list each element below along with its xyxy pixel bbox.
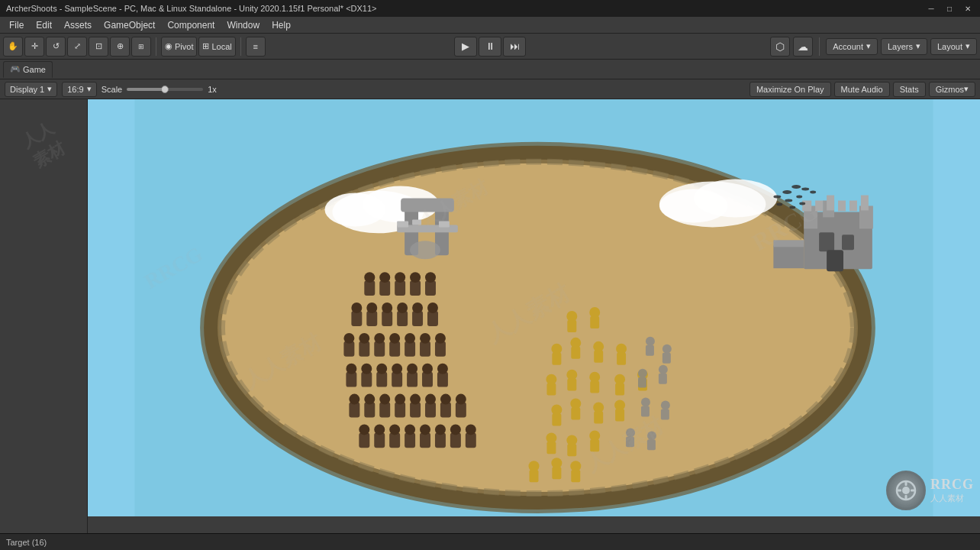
pause-button[interactable]: ⏸	[479, 37, 501, 57]
menu-window[interactable]: Window	[221, 18, 266, 32]
rect-tool[interactable]: ⊡	[89, 37, 108, 57]
svg-rect-47	[425, 280, 436, 296]
transform-tool[interactable]: ⊕	[110, 37, 130, 57]
svg-point-74	[374, 333, 385, 344]
scale-tool[interactable]: ⤢	[67, 37, 87, 57]
svg-rect-116	[466, 432, 476, 448]
svg-rect-46	[410, 280, 421, 296]
svg-rect-162	[530, 470, 539, 482]
local-button[interactable]: ⊞ Local	[198, 37, 235, 57]
svg-point-73	[359, 333, 369, 344]
svg-rect-111	[389, 432, 400, 448]
svg-rect-114	[435, 432, 446, 448]
account-button[interactable]: Account ▾	[826, 38, 878, 55]
cloud-button[interactable]: ☁	[793, 37, 813, 57]
svg-point-165	[570, 461, 581, 471]
layers-button[interactable]: Layers ▾	[881, 38, 927, 55]
svg-rect-197	[905, 495, 907, 500]
svg-rect-100	[456, 403, 466, 418]
svg-point-36	[773, 196, 781, 199]
maximize-button[interactable]: □	[943, 2, 956, 15]
menu-assets[interactable]: Assets	[58, 18, 98, 32]
svg-rect-172	[638, 377, 646, 388]
svg-point-153	[614, 400, 625, 411]
svg-point-167	[646, 337, 655, 346]
extra-btn[interactable]: ≡	[246, 37, 266, 57]
menu-gameobject[interactable]: GameObject	[98, 18, 161, 32]
svg-point-101	[349, 394, 359, 405]
svg-rect-27	[861, 196, 869, 211]
svg-point-108	[456, 394, 466, 405]
svg-point-107	[440, 394, 451, 405]
play-button[interactable]: ▶	[454, 37, 477, 57]
svg-point-62	[397, 302, 408, 313]
separator-3	[819, 37, 820, 56]
svg-point-6	[325, 193, 386, 227]
svg-point-123	[450, 424, 461, 435]
account-label: Account	[833, 42, 863, 51]
svg-rect-28	[819, 232, 834, 251]
svg-point-171	[638, 369, 647, 378]
svg-rect-130	[552, 353, 561, 365]
display-dropdown[interactable]: Display 1 ▾	[5, 82, 57, 97]
window-controls: ─ □ ✕	[925, 2, 974, 15]
separator-1	[156, 37, 156, 56]
svg-point-122	[435, 424, 446, 435]
svg-point-143	[614, 374, 625, 385]
svg-point-59	[351, 302, 362, 313]
menu-help[interactable]: Help	[266, 18, 297, 32]
title-text: ArcherShoots - SampleScene - PC, Mac & L…	[6, 4, 377, 13]
game-tab-label: Game	[23, 65, 46, 74]
local-icon: ⊞	[202, 41, 209, 51]
layout-button[interactable]: Layout ▾	[930, 38, 977, 55]
scale-slider[interactable]	[127, 88, 203, 91]
aspect-label: 16:9	[67, 85, 83, 94]
svg-rect-97	[410, 403, 421, 418]
game-tab-icon: 🎮	[10, 64, 21, 74]
gizmos-btn[interactable]: Gizmos ▾	[929, 82, 975, 97]
svg-point-40	[776, 203, 782, 206]
svg-point-106	[425, 394, 436, 405]
extra-tool[interactable]: ⊞	[131, 37, 151, 57]
left-watermark: 人人素材	[18, 117, 69, 173]
svg-point-124	[466, 424, 476, 435]
pivot-group: ◉ Pivot ⊞ Local	[161, 37, 236, 57]
svg-point-135	[616, 344, 627, 354]
collab-button[interactable]: ⬡	[770, 37, 790, 57]
rrcg-text: RRCG	[930, 477, 974, 493]
aspect-dropdown[interactable]: 16:9 ▾	[62, 82, 96, 97]
logo-area: RRCG 人人素材	[886, 471, 974, 510]
menu-file[interactable]: File	[3, 18, 30, 32]
svg-point-195	[902, 487, 910, 494]
account-chevron: ▾	[866, 41, 871, 51]
menu-component[interactable]: Component	[161, 18, 221, 32]
svg-rect-136	[617, 353, 626, 365]
rotate-tool[interactable]: ↺	[46, 37, 66, 57]
svg-point-173	[659, 365, 668, 374]
svg-rect-31	[773, 245, 804, 268]
move-tool[interactable]: ✛	[24, 37, 44, 57]
svg-point-38	[796, 196, 802, 199]
svg-rect-24	[827, 196, 834, 211]
gizmos-label: Gizmos	[936, 85, 964, 94]
svg-point-119	[389, 424, 400, 435]
svg-rect-126	[567, 320, 576, 332]
mute-audio-btn[interactable]: Mute Audio	[834, 82, 890, 97]
svg-point-87	[361, 364, 372, 374]
svg-rect-25	[838, 201, 846, 212]
svg-point-86	[346, 364, 356, 374]
minimize-button[interactable]: ─	[925, 2, 937, 15]
menu-edit[interactable]: Edit	[30, 18, 58, 32]
target-status: Target (16)	[6, 538, 47, 547]
status-bar: Target (16)	[0, 533, 980, 550]
pivot-button[interactable]: ◉ Pivot	[161, 37, 197, 57]
game-canvas: RRCG 人人素材 人人素材 RRCG 人人素材 人人素材	[88, 99, 980, 516]
close-button[interactable]: ✕	[962, 2, 974, 15]
game-tab[interactable]: 🎮 Game	[3, 61, 53, 78]
step-button[interactable]: ⏭	[503, 37, 526, 57]
stats-btn[interactable]: Stats	[893, 82, 926, 97]
layers-label: Layers	[888, 42, 913, 51]
hand-tool[interactable]: ✋	[3, 37, 23, 57]
maximize-on-play-btn[interactable]: Maximize On Play	[750, 82, 831, 97]
toolbar-right: ⬡ ☁ Account ▾ Layers ▾ Layout ▾	[770, 37, 977, 57]
